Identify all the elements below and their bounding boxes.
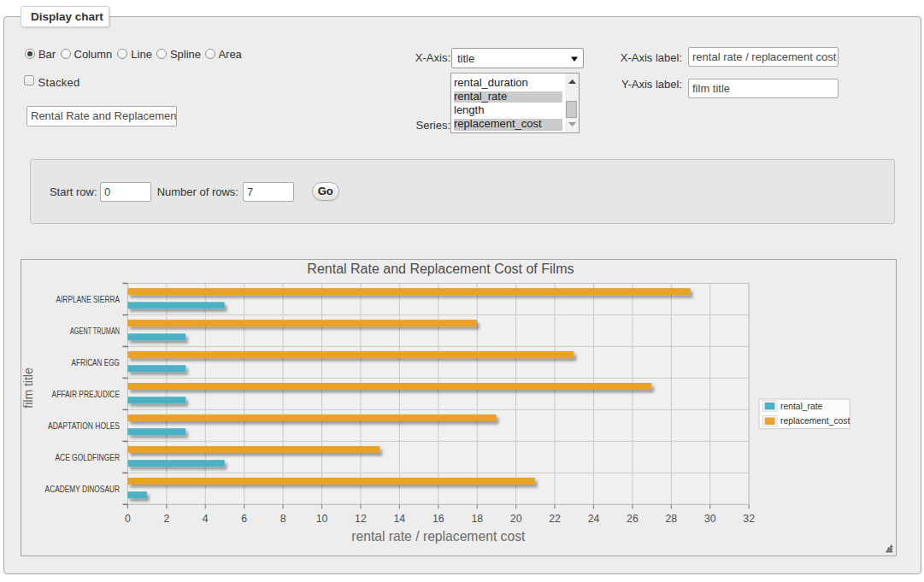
svg-text:ACE GOLDFINGER: ACE GOLDFINGER: [55, 452, 120, 462]
svg-text:film title: film title: [21, 367, 35, 409]
svg-text:12: 12: [355, 513, 367, 525]
svg-text:32: 32: [743, 513, 755, 525]
svg-text:26: 26: [627, 513, 639, 525]
svg-text:0: 0: [125, 513, 131, 525]
svg-text:8: 8: [280, 513, 286, 525]
svg-text:10: 10: [316, 513, 328, 525]
svg-text:ACADEMY DINOSAUR: ACADEMY DINOSAUR: [45, 484, 121, 494]
svg-text:24: 24: [588, 513, 600, 525]
svg-text:6: 6: [241, 513, 247, 525]
svg-text:ADAPTATION HOLES: ADAPTATION HOLES: [48, 420, 120, 431]
svg-text:AGENT TRUMAN: AGENT TRUMAN: [70, 326, 120, 336]
svg-text:Rental Rate and Replacement Co: Rental Rate and Replacement Cost of Film…: [307, 262, 574, 276]
svg-text:18: 18: [471, 513, 483, 525]
svg-text:rental_rate: rental_rate: [780, 402, 823, 411]
svg-text:22: 22: [549, 513, 561, 525]
svg-text:2: 2: [163, 513, 169, 525]
svg-text:30: 30: [704, 513, 716, 525]
svg-text:AFRICAN EGG: AFRICAN EGG: [72, 357, 121, 367]
svg-text:16: 16: [433, 513, 444, 525]
svg-text:AIRPLANE SIERRA: AIRPLANE SIERRA: [56, 294, 121, 304]
svg-text:rental rate / replacement cost: rental rate / replacement cost: [351, 529, 526, 544]
svg-text:28: 28: [666, 513, 678, 525]
svg-text:AFFAIR PREJUDICE: AFFAIR PREJUDICE: [52, 389, 120, 399]
svg-text:14: 14: [394, 513, 406, 525]
svg-text:4: 4: [203, 513, 209, 525]
svg-text:replacement_cost: replacement_cost: [780, 416, 850, 426]
svg-text:20: 20: [510, 513, 522, 525]
